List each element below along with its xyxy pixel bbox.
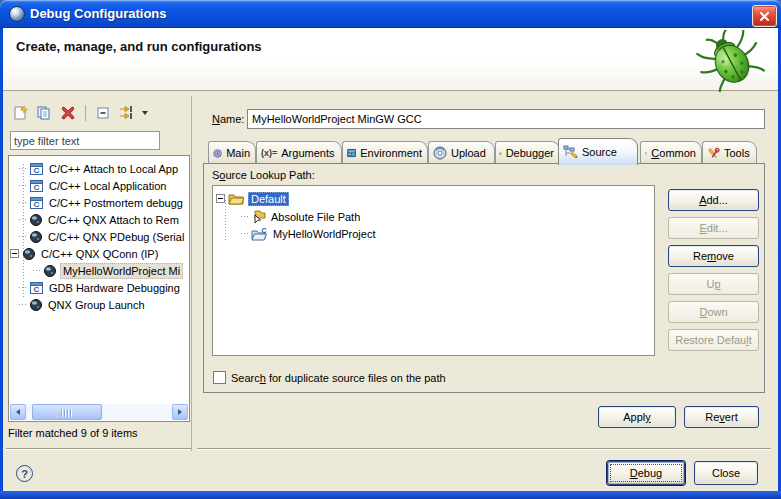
- tab-arguments[interactable]: (x)= Arguments: [256, 141, 342, 164]
- source-lookup-tree[interactable]: Default Absolute File Path C MyHelloWorl…: [212, 185, 655, 356]
- remove-button[interactable]: Remove: [668, 245, 759, 267]
- c-project-folder-icon: C: [251, 227, 268, 241]
- help-icon[interactable]: ?: [16, 465, 33, 482]
- configurations-tree[interactable]: CC/C++ Attach to Local App CC/C++ Local …: [8, 155, 190, 422]
- minus-expander-icon[interactable]: [10, 249, 19, 258]
- c-application-icon: C: [29, 162, 44, 176]
- tab-tools[interactable]: Tools: [702, 141, 757, 164]
- arguments-tab-icon: (x)=: [261, 148, 277, 158]
- scroll-right-icon[interactable]: [172, 404, 188, 420]
- source-tree-item[interactable]: C MyHelloWorldProject: [241, 225, 378, 242]
- title-bar[interactable]: Debug Configurations: [0, 0, 781, 28]
- debug-button[interactable]: Debug: [607, 461, 685, 485]
- revert-button[interactable]: Revert: [684, 406, 759, 428]
- qnx-target-icon: [29, 230, 43, 244]
- window-title: Debug Configurations: [30, 6, 167, 21]
- name-input[interactable]: [247, 109, 765, 129]
- source-lookup-path-label: Source Lookup Path:: [212, 169, 315, 181]
- restore-default-button[interactable]: Restore Default: [668, 329, 759, 351]
- close-button[interactable]: Close: [694, 461, 758, 485]
- tree-item[interactable]: C/C++ QNX PDebug (Serial: [19, 228, 186, 245]
- header-banner: Create, manage, and run configurations: [3, 28, 778, 91]
- configurations-toolbar: [10, 102, 148, 124]
- page-title: Create, manage, and run configurations: [16, 39, 262, 54]
- dialog-content: Create, manage, and run configurations: [3, 28, 778, 491]
- tree-item-expanded[interactable]: C/C++ QNX QConn (IP): [10, 245, 160, 262]
- window-border-bottom: [0, 491, 781, 499]
- tree-item[interactable]: CC/C++ Local Application: [19, 177, 168, 194]
- tools-tab-icon: [707, 147, 720, 160]
- tab-source[interactable]: Source: [558, 138, 638, 165]
- footer-separator: [6, 448, 191, 450]
- tab-main[interactable]: Main: [208, 141, 256, 164]
- horizontal-scrollbar[interactable]: [10, 404, 188, 420]
- source-tree-item[interactable]: Absolute File Path: [241, 208, 362, 225]
- collapse-all-icon[interactable]: [93, 103, 113, 123]
- svg-text:C: C: [34, 166, 40, 175]
- up-button[interactable]: Up: [668, 273, 759, 295]
- debugger-tab-icon: [499, 147, 502, 160]
- scroll-left-icon[interactable]: [10, 404, 26, 420]
- apply-button[interactable]: Apply: [598, 406, 676, 428]
- filter-input[interactable]: [10, 131, 160, 150]
- svg-text:C: C: [34, 200, 40, 209]
- c-application-icon: C: [29, 281, 44, 295]
- environment-tab-icon: [347, 147, 356, 159]
- svg-text:C: C: [34, 285, 40, 294]
- tree-item[interactable]: CC/C++ Postmortem debugg: [19, 194, 185, 211]
- c-application-icon: C: [29, 179, 44, 193]
- scrollbar-thumb[interactable]: [32, 404, 102, 420]
- tab-common[interactable]: Common: [640, 141, 702, 164]
- search-duplicates-checkbox[interactable]: [213, 371, 226, 384]
- close-icon[interactable]: [752, 5, 777, 27]
- qnx-target-icon: [29, 213, 43, 227]
- c-application-icon: C: [29, 196, 44, 210]
- main-tab-icon: [213, 147, 222, 160]
- down-button[interactable]: Down: [668, 301, 759, 323]
- delete-icon[interactable]: [58, 103, 78, 123]
- filter-dropdown-arrow-icon[interactable]: [142, 111, 148, 115]
- edit-button[interactable]: Edit...: [668, 217, 759, 239]
- duplicate-icon[interactable]: [34, 103, 54, 123]
- name-label: Name:: [212, 113, 244, 125]
- tab-debugger[interactable]: Debugger: [495, 141, 560, 164]
- svg-text:C: C: [34, 183, 40, 192]
- tree-item[interactable]: QNX Group Launch: [19, 296, 147, 313]
- svg-text:C: C: [261, 227, 266, 234]
- minus-expander-icon[interactable]: [216, 194, 225, 203]
- debug-configurations-dialog: Debug Configurations Create, manage, and…: [0, 0, 781, 499]
- tab-environment[interactable]: Environment: [342, 141, 428, 164]
- open-folder-icon: [228, 192, 245, 205]
- absolute-file-path-icon: [251, 210, 266, 224]
- tree-item[interactable]: CC/C++ Attach to Local App: [19, 160, 180, 177]
- bug-graphic: [695, 30, 767, 92]
- filter-status: Filter matched 9 of 9 items: [8, 427, 138, 439]
- footer-separator: [197, 448, 771, 450]
- qnx-target-icon: [29, 298, 43, 312]
- panel-divider[interactable]: [191, 96, 192, 451]
- qnx-target-icon: [22, 247, 36, 261]
- duplicate-sources-checkrow: Search for duplicate source files on the…: [213, 371, 446, 384]
- tree-item-selected[interactable]: MyHelloWorldProject Mi: [33, 262, 183, 279]
- toolbar-separator: [85, 105, 86, 121]
- qnx-target-icon: [43, 264, 57, 278]
- filter-icon[interactable]: [117, 103, 137, 123]
- source-tab-icon: [563, 145, 578, 159]
- tree-item[interactable]: CGDB Hardware Debugging: [19, 279, 182, 296]
- checkbox-label: Search for duplicate source files on the…: [231, 372, 446, 384]
- new-config-icon[interactable]: [10, 103, 30, 123]
- add-button[interactable]: Add...: [668, 189, 759, 211]
- window-icon: [9, 6, 25, 22]
- common-tab-icon: [645, 148, 647, 159]
- source-tree-item-selected[interactable]: Default: [216, 190, 289, 207]
- upload-tab-icon: [433, 146, 447, 160]
- tree-item[interactable]: C/C++ QNX Attach to Rem: [19, 211, 181, 228]
- tab-upload[interactable]: Upload: [428, 141, 495, 164]
